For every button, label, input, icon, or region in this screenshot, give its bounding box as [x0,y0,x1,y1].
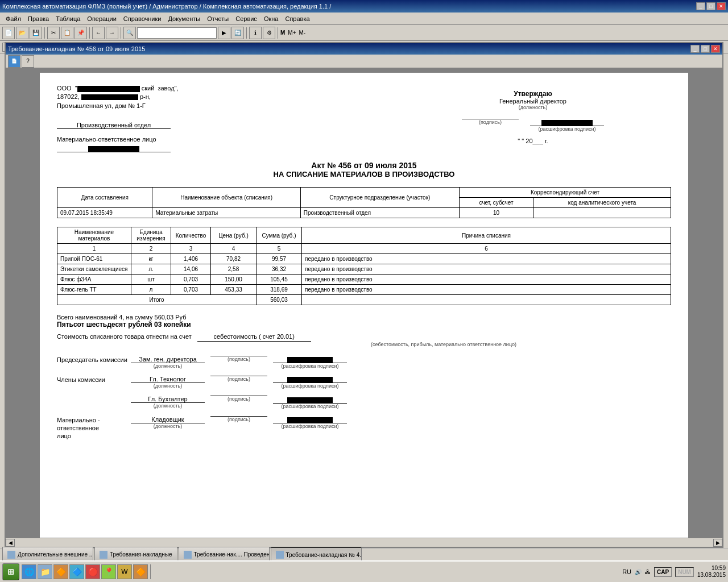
app-icon-3[interactable]: 🔴 [85,564,100,579]
app-icon-1[interactable]: 🔶 [53,564,68,579]
doc-restore-btn[interactable]: □ [701,45,710,53]
tb-sep3 [121,27,121,39]
start-button[interactable]: ⊞ [2,563,19,580]
member2-fields: Гл. Бухгалтер (должность) (подпись) (рас… [131,396,671,409]
tb-cut[interactable]: ✂ [47,27,60,39]
member1-position: Гл. Технолог [131,376,205,383]
member1-sig-label: (подпись) [210,376,267,382]
ie-icon[interactable]: 🌐 [22,564,36,579]
menu-edit[interactable]: Правка [24,14,52,23]
menu-bar: Файл Правка Таблица Операции Справочники… [0,13,728,25]
doc-minimize-btn[interactable]: _ [690,45,700,53]
summary2: Пятьсот шестьдесят рублей 03 копейки [57,321,671,329]
table-row: Флюс ф34А шт 0,703 150,00 105,45 передан… [57,275,671,285]
menu-reports[interactable]: Отчеты [204,14,232,23]
word-icon[interactable]: W [117,564,132,579]
total-empty [302,295,671,305]
title-bar-text: Комплексная автоматизация ФЛМЗ (полный у… [2,3,331,10]
tb-save[interactable]: 💾 [30,27,42,39]
header-left: ООО " ский завод", 187022, р-н, Промышле… [57,84,333,152]
org-address2: Промышленная ул, дом № 1-Г [57,102,333,110]
doc-title-bar: Требование-накладная № 456 от 09 июля 20… [6,43,722,55]
tb-mplus: M+ [288,30,296,36]
tb-open[interactable]: 📂 [16,27,28,39]
table1-section: Дата составления Наименование объекта (с… [57,187,671,218]
search-input[interactable] [137,27,217,39]
tb-info[interactable]: ℹ [249,27,262,39]
lang-indicator: RU [622,568,631,575]
num-indicator: NUM [675,567,694,577]
mol-decode-label: (расшифровка подписи) [273,423,347,429]
table-row: Этикетки самоклеящиеся л. 14,06 2,58 36,… [57,264,671,275]
tb-settings[interactable]: ⚙ [263,27,275,39]
doc-content[interactable]: ООО " ский завод", 187022, р-н, Промышле… [6,68,722,538]
mol-name [57,145,171,152]
approve-sig-label: (подпись) [462,119,519,125]
menu-operations[interactable]: Операции [84,14,119,23]
menu-windows[interactable]: Окна [260,14,282,23]
tb-paste[interactable]: 📌 [75,27,87,39]
taskbar: ⊞ 🌐 📁 🔶 🔷 🔴 📍 W 🔶 RU 🔊 🖧 CAP NUM 10:59 1… [0,560,728,582]
col-num1: 1 [57,244,131,254]
mat-unit: кг [131,254,171,264]
approve-position-label: (должность) [395,105,671,110]
mat-reason: передано в производство [302,264,671,275]
tb-sep2 [89,27,90,39]
menu-references[interactable]: Справочники [120,14,165,23]
table1: Дата составления Наименование объекта (с… [57,187,671,218]
maximize-btn[interactable]: □ [706,2,715,10]
app-icon-2[interactable]: 🔷 [69,564,84,579]
scroll-left-btn[interactable]: ◀ [6,539,15,547]
member1-decode [273,376,347,383]
menu-table[interactable]: Таблица [52,14,84,23]
header-section: ООО " ский завод", 187022, р-н, Промышле… [57,84,671,152]
mat-reason: передано в производство [302,275,671,285]
mol-row: Материально - ответственное лицо Кладовщ… [57,416,671,440]
title-bar: Комплексная автоматизация ФЛМЗ (полный у… [0,0,728,13]
menu-documents[interactable]: Документы [164,14,204,23]
horizontal-scrollbar[interactable]: ◀ ▶ [6,538,722,547]
col-num5: 5 [257,244,302,254]
member2-sig-field: (подпись) [210,396,267,409]
quick-launch: 🌐 📁 🔶 🔷 🔴 📍 W 🔶 [22,564,151,579]
scroll-track [15,541,713,545]
minimize-btn[interactable]: _ [696,2,705,10]
tb-search[interactable]: 🔍 [123,27,136,39]
mat-name: Припой ПОС-61 [57,254,131,264]
menu-help[interactable]: Справка [282,14,313,23]
app-icon-4[interactable]: 📍 [101,564,116,579]
members-role: Члены комиссии [57,376,131,384]
tb-forward[interactable]: → [106,27,118,39]
chairman-position-label: (должность) [131,363,205,369]
menu-service[interactable]: Сервис [232,14,260,23]
member1-decode-label: (расшифровка подписи) [273,383,347,389]
th-price: Цена (руб.) [211,227,257,244]
tb-copy[interactable]: 📋 [61,27,73,39]
col-num6: 6 [302,244,671,254]
network-icon: 🖧 [645,569,651,575]
member2-decode-field: (расшифровка подписи) [273,396,347,409]
tb-new[interactable]: 📄 [2,27,15,39]
mol-position-field: Кладовщик (должность) [131,416,205,429]
mat-sum: 99,57 [257,254,302,264]
tb-go[interactable]: ▶ [218,27,230,39]
tb-refresh[interactable]: 🔄 [231,27,244,39]
th-materials: Наименование материалов [57,227,131,244]
approve-title: Утверждаю [395,90,671,98]
mat-price: 453,33 [211,285,257,295]
doc-tb-icon[interactable]: 📄 [8,55,20,68]
scroll-right-btn[interactable]: ▶ [713,539,722,547]
tb-back[interactable]: ← [92,27,105,39]
member1-fields: Гл. Технолог (должность) (подпись) (расш… [131,376,671,389]
doc-help-btn[interactable]: ? [22,55,34,68]
menu-file[interactable]: Файл [2,14,24,23]
mol-section: Материально-ответственное лицо [57,136,333,152]
doc-close-btn[interactable]: ✕ [711,45,720,53]
system-tray: RU 🔊 🖧 CAP NUM 10:59 13.08.2015 [622,565,726,579]
cap-indicator: CAP [654,567,672,577]
time-display: 10:59 [697,565,726,572]
close-btn[interactable]: ✕ [717,2,726,10]
app-icon-5[interactable]: 🔶 [133,564,148,579]
folder-icon[interactable]: 📁 [38,564,52,579]
sound-icon: 🔊 [635,569,642,575]
